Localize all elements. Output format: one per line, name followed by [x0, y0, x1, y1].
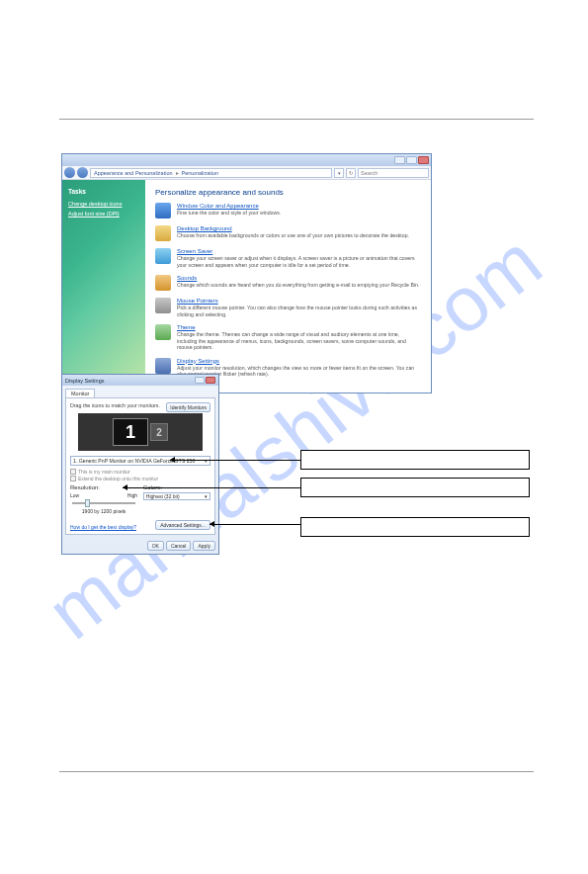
back-button[interactable]	[64, 167, 75, 178]
item-link[interactable]: Sounds	[177, 275, 421, 281]
sidebar-link-desktop-icons[interactable]: Change desktop icons	[68, 201, 139, 207]
rule-bottom	[59, 771, 534, 772]
colors-select[interactable]: Highest (32 bit)▾	[143, 492, 210, 500]
callout-box-3	[300, 517, 530, 537]
arrowhead-icon	[120, 484, 127, 490]
display-icon	[155, 358, 171, 374]
item-mouse: Mouse PointersPick a different mouse poi…	[155, 298, 421, 317]
item-theme: ThemeChange the theme. Themes can change…	[155, 324, 421, 351]
monitor-1[interactable]: 1	[113, 418, 148, 446]
item-desc: Choose from available backgrounds or col…	[177, 232, 421, 239]
item-desc: Change the theme. Themes can change a wi…	[177, 331, 421, 351]
slider-thumb[interactable]	[85, 499, 90, 507]
address-dropdown[interactable]: ▾	[334, 168, 344, 178]
item-desc: Fine tune the color and style of your wi…	[177, 210, 421, 217]
leader-line-2	[123, 487, 300, 488]
arrowhead-icon	[167, 457, 175, 463]
item-link[interactable]: Desktop Background	[177, 225, 421, 231]
item-link[interactable]: Window Color and Appearance	[177, 203, 421, 209]
sounds-icon	[155, 275, 171, 291]
leader-line-3	[210, 524, 300, 525]
item-desktop-bg: Desktop BackgroundChoose from available …	[155, 225, 421, 241]
chevron-down-icon: ▾	[205, 493, 208, 499]
callout-box-1	[300, 450, 530, 470]
sidebar-link-font-size[interactable]: Adjust font size (DPI)	[68, 211, 139, 217]
low-label: Low	[70, 492, 79, 498]
checkbox-label: This is my main monitor	[78, 469, 130, 475]
titlebar	[62, 154, 431, 166]
monitor-panel: Identify Monitors Drag the icons to matc…	[65, 397, 215, 535]
desktop-bg-icon	[155, 225, 171, 241]
monitor-tab[interactable]: Monitor	[65, 389, 95, 397]
page-heading: Personalize appearance and sounds	[155, 188, 421, 197]
personalization-window: Appearance and Personalization ▸ Persona…	[61, 153, 432, 393]
high-label: High	[127, 492, 137, 498]
address-bar: Appearance and Personalization ▸ Persona…	[62, 166, 431, 180]
minimize-button[interactable]	[394, 156, 405, 164]
window-color-icon	[155, 203, 171, 218]
item-link[interactable]: Theme	[177, 324, 421, 330]
best-display-link[interactable]: How do I get the best display?	[70, 524, 136, 530]
item-link[interactable]: Screen Saver	[177, 248, 421, 254]
dialog-titlebar: Display Settings	[62, 375, 218, 386]
chevron-down-icon: ▾	[205, 458, 208, 464]
mouse-icon	[155, 298, 171, 313]
breadcrumb[interactable]: Appearance and Personalization ▸ Persona…	[90, 168, 332, 178]
search-input[interactable]: Search	[358, 168, 429, 178]
screensaver-icon	[155, 248, 171, 264]
item-link[interactable]: Display Settings	[177, 358, 421, 364]
item-desc: Change your screen saver or adjust when …	[177, 255, 421, 268]
item-desc: Change which sounds are heard when you d…	[177, 282, 421, 289]
advanced-settings-button[interactable]: Advanced Settings...	[155, 520, 210, 530]
maximize-button[interactable]	[406, 156, 417, 164]
monitor-preview[interactable]: 1 2	[78, 413, 203, 451]
arrowhead-icon	[207, 521, 214, 527]
content-pane: Personalize appearance and sounds Window…	[145, 180, 431, 393]
item-window-color: Window Color and AppearanceFine tune the…	[155, 203, 421, 218]
breadcrumb-sep: ▸	[176, 170, 179, 176]
item-desc: Pick a different mouse pointer. You can …	[177, 305, 421, 317]
dialog-title: Display Settings	[65, 378, 104, 384]
cancel-button[interactable]: Cancel	[166, 541, 192, 551]
monitor-select[interactable]: 1. Generic PnP Monitor on NVIDIA GeForce…	[70, 456, 210, 466]
rule-top	[59, 119, 534, 120]
ok-button[interactable]: OK	[147, 541, 164, 551]
sidebar: Tasks Change desktop icons Adjust font s…	[62, 180, 145, 378]
dialog-buttons: OK Cancel Apply	[62, 538, 218, 554]
monitor-2[interactable]: 2	[150, 423, 168, 441]
apply-button[interactable]: Apply	[193, 541, 215, 551]
resolution-value: 1900 by 1200 pixels	[70, 508, 137, 514]
theme-icon	[155, 324, 171, 340]
resolution-slider[interactable]	[70, 502, 137, 504]
monitor-select-value: 1. Generic PnP Monitor on NVIDIA GeForce…	[73, 458, 195, 464]
checkbox-label: Extend the desktop onto this monitor	[78, 476, 158, 481]
display-settings-dialog: Display Settings Monitor Identify Monito…	[61, 374, 219, 555]
leader-line-1	[170, 460, 300, 461]
refresh-button[interactable]: ↻	[346, 168, 356, 178]
callout-box-2	[300, 478, 530, 497]
main-monitor-checkbox: This is my main monitor	[70, 469, 210, 475]
breadcrumb-item[interactable]: Appearance and Personalization	[94, 170, 173, 176]
checkbox-icon	[70, 469, 76, 475]
item-screensaver: Screen SaverChange your screen saver or …	[155, 248, 421, 268]
close-button[interactable]	[418, 156, 429, 164]
help-button[interactable]	[195, 377, 205, 384]
item-sounds: SoundsChange which sounds are heard when…	[155, 275, 421, 291]
identify-monitors-button[interactable]: Identify Monitors	[166, 402, 210, 412]
item-link[interactable]: Mouse Pointers	[177, 298, 421, 304]
forward-button[interactable]	[77, 167, 88, 178]
sidebar-heading: Tasks	[68, 188, 139, 195]
dialog-close-button[interactable]	[206, 377, 215, 384]
breadcrumb-item[interactable]: Personalization	[182, 170, 219, 176]
colors-value: Highest (32 bit)	[146, 493, 180, 499]
extend-desktop-checkbox: Extend the desktop onto this monitor	[70, 476, 210, 481]
checkbox-icon	[70, 476, 76, 481]
